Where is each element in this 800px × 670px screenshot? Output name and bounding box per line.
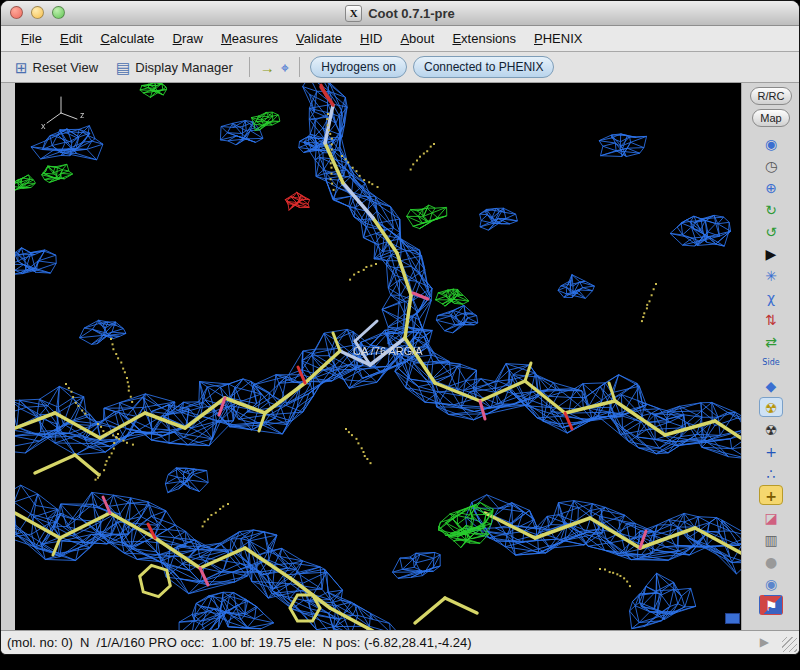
menu-hid[interactable]: HID [352, 28, 390, 49]
flip-peptide-icon[interactable]: ⇅ [759, 309, 783, 329]
menu-phenix[interactable]: PHENIX [526, 28, 590, 49]
mutate-residue-icon[interactable]: ◆ [759, 375, 783, 395]
menu-extensions[interactable]: Extensions [444, 28, 524, 49]
screenshot-icon[interactable]: ⚑ [759, 595, 783, 615]
zoom-button[interactable] [52, 6, 65, 19]
toolbar-separator [249, 57, 250, 77]
clock-timer-icon[interactable]: ◷ [759, 155, 783, 175]
menu-validate[interactable]: Validate [288, 28, 350, 49]
menu-calculate[interactable]: Calculate [92, 28, 162, 49]
menu-about[interactable]: About [392, 28, 442, 49]
window-title-group: X Coot 0.7.1-pre [345, 5, 455, 22]
toolbar-separator-2 [299, 57, 300, 77]
add-atom-icon[interactable]: + [759, 441, 783, 461]
rot-trans-zone-icon[interactable]: ⇄ [759, 331, 783, 351]
rotate-zone-icon[interactable]: ↻ [759, 199, 783, 219]
right-panel: R/RC Map ◉ ◷ ⊕ ↻ ↺ ▶ ✳ χ [741, 83, 800, 630]
reset-view-button[interactable]: ⊞ Reset View [9, 58, 104, 77]
model-fit-refine-toolbar: ◉ ◷ ⊕ ↻ ↺ ▶ ✳ χ ⇅ ⇄ [759, 133, 783, 615]
triple-refine-icon[interactable]: ∴ [759, 463, 783, 483]
menu-bar: File Edit Calculate Draw Measures Valida… [1, 26, 799, 52]
window-title: Coot 0.7.1-pre [368, 6, 455, 21]
torsion-general-icon[interactable]: ↺ [759, 221, 783, 241]
delete-item-icon[interactable]: ▥ [759, 529, 783, 549]
real-space-refine-icon[interactable]: ☢ [759, 397, 783, 417]
display-manager-icon: ▤ [116, 60, 130, 75]
resize-grip[interactable] [782, 637, 797, 652]
titlebar: X Coot 0.7.1-pre [1, 1, 799, 26]
x11-icon: X [345, 5, 362, 22]
status-play-icon[interactable]: ▶ [760, 635, 769, 649]
display-manager-label: Display Manager [135, 60, 233, 75]
map-button[interactable]: Map [752, 109, 789, 127]
toolbar: ⊞ Reset View ▤ Display Manager → ⌖ Hydro… [1, 52, 799, 83]
reset-view-label: Reset View [33, 60, 99, 75]
view-orient-icon[interactable]: ◉ [759, 133, 783, 153]
main-content: CA /76 ARG/A R/RC Map ◉ ◷ ⊕ ↻ ↺ ▶ [1, 83, 799, 630]
sphere-refine-icon[interactable]: ◉ [759, 573, 783, 593]
hydrogens-toggle-button[interactable]: Hydrogens on [310, 56, 407, 78]
gl-viewport: CA /76 ARG/A [1, 83, 741, 630]
status-text: (mol. no: 0) N /1/A/160 PRO occ: 1.00 bf… [7, 635, 472, 650]
go-to-ligand-icon[interactable]: ⌖ [281, 60, 289, 75]
status-bar: (mol. no: 0) N /1/A/160 PRO occ: 1.00 bf… [1, 630, 799, 654]
regularize-zone-icon[interactable]: ☢ [759, 419, 783, 439]
side-chain-180-icon[interactable]: Side [759, 353, 783, 373]
rrc-button[interactable]: R/RC [750, 87, 793, 105]
reset-view-icon: ⊞ [15, 60, 28, 75]
centre-atom-icon[interactable]: ⊕ [759, 177, 783, 197]
window-controls [10, 6, 65, 19]
scroll-nub[interactable] [725, 613, 740, 624]
minimize-button[interactable] [31, 6, 44, 19]
display-manager-button[interactable]: ▤ Display Manager [110, 58, 239, 77]
chi-angle-icon[interactable]: χ [759, 287, 783, 307]
close-button[interactable] [10, 6, 23, 19]
go-to-atom-icon[interactable]: → [260, 60, 275, 75]
menu-edit[interactable]: Edit [52, 28, 90, 49]
rotamer-icon[interactable]: ✳ [759, 265, 783, 285]
undo-icon[interactable]: ● [759, 551, 783, 571]
add-terminal-residue-icon[interactable]: + [759, 485, 783, 505]
menu-draw[interactable]: Draw [165, 28, 211, 49]
menu-measures[interactable]: Measures [213, 28, 286, 49]
phenix-connection-button[interactable]: Connected to PHENIX [413, 56, 554, 78]
coot-window: X Coot 0.7.1-pre File Edit Calculate Dra… [0, 0, 800, 655]
eraser-icon[interactable]: ◪ [759, 507, 783, 527]
menu-file[interactable]: File [13, 28, 50, 49]
run-script-icon[interactable]: ▶ [759, 243, 783, 263]
gl-canvas[interactable] [15, 83, 741, 631]
